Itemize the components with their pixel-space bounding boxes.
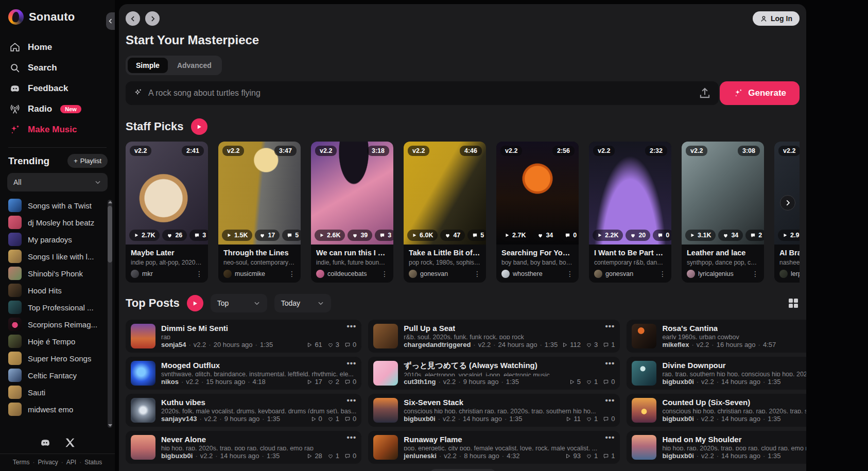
post-artist[interactable]: bigbuxb0i — [662, 452, 693, 460]
scroll-down-arrow-icon[interactable] — [108, 424, 112, 427]
playlist-item[interactable]: midwest emo — [8, 403, 106, 416]
staff-pick-card[interactable]: v2.2 3:47 1.5K 17 5 Through the Lines — [218, 142, 301, 283]
sidebar-item-home[interactable]: Home — [4, 38, 111, 57]
post-artist[interactable]: bigbuxb0i — [404, 415, 435, 423]
post-row[interactable]: ずっと見つめてる (Always Watching) ••• 2010s, el… — [368, 357, 620, 390]
post-artist[interactable]: jenluneski — [404, 452, 437, 460]
sidebar-item-radio[interactable]: Radio New — [4, 100, 111, 118]
forward-button[interactable] — [145, 11, 160, 26]
post-row[interactable]: Runaway Flame ••• pop, energetic, city p… — [368, 431, 620, 464]
sidebar-item-make-music[interactable]: Make Music — [4, 120, 111, 139]
playlist-item[interactable]: Celtic Fantacy — [8, 369, 106, 382]
post-row[interactable]: Mooged Outflux ••• synthwave, glitch, br… — [126, 357, 361, 390]
playlist-item[interactable]: dj Mosley hot beatz — [8, 216, 106, 229]
artist-name[interactable]: coildeucebats — [327, 270, 367, 277]
staff-pick-card[interactable]: v2.2 2.9K AI Brain nasheed, — [774, 142, 800, 283]
post-artist[interactable]: bigbuxb0i — [662, 378, 693, 386]
trending-filter-select[interactable]: All — [7, 173, 108, 191]
artist-name[interactable]: gonesvan — [420, 270, 448, 277]
staff-pick-card[interactable]: v2.2 3:18 2.6K 39 3 We can run this I ne… — [311, 142, 393, 283]
sidebar-item-feedback[interactable]: Feedback — [4, 79, 111, 98]
post-artist[interactable]: chargedandtriggered — [404, 341, 471, 348]
discord-link-icon[interactable] — [40, 437, 51, 448]
more-options-icon[interactable]: ⋮ — [474, 270, 481, 277]
staff-pick-card[interactable]: v2.2 4:46 6.0K 47 5 Take a Little Bit of… — [404, 142, 486, 283]
login-button[interactable]: Log In — [753, 11, 800, 26]
more-options-icon[interactable]: ••• — [601, 361, 615, 365]
x-twitter-link-icon[interactable] — [64, 437, 76, 448]
more-options-icon[interactable]: ••• — [343, 324, 357, 328]
add-playlist-button[interactable]: + Playlist — [67, 154, 108, 168]
sidebar-item-search[interactable]: Search — [4, 59, 111, 77]
generate-button[interactable]: Generate — [720, 81, 800, 105]
staff-pick-card[interactable]: v2.2 3:08 3.1K 34 2 Leather and lace — [682, 142, 764, 283]
more-options-icon[interactable]: ••• — [343, 361, 357, 365]
more-options-icon[interactable]: ⋮ — [196, 270, 203, 277]
footer-link[interactable]: API — [61, 459, 76, 466]
more-options-icon[interactable]: ••• — [601, 324, 615, 328]
more-options-icon[interactable]: ••• — [343, 435, 357, 440]
post-row[interactable]: Counted Up (Six-Seven) ••• conscious hip… — [627, 394, 806, 427]
sort-select[interactable]: Top — [211, 294, 267, 312]
grid-view-icon[interactable] — [787, 297, 800, 309]
artist-name[interactable]: mkr — [142, 270, 153, 277]
post-artist[interactable]: nikos — [161, 378, 179, 386]
tab-advanced[interactable]: Advanced — [169, 58, 220, 73]
artist-name[interactable]: lyricalgenius — [698, 270, 734, 277]
brand[interactable]: Sonauto — [0, 9, 115, 25]
back-button[interactable] — [126, 11, 140, 26]
artist-name[interactable]: whosthere — [513, 270, 543, 277]
post-row[interactable]: Hand on My Shoulder ••• hip hop, rap, 20… — [627, 431, 806, 464]
post-artist[interactable]: sanjayv143 — [161, 415, 197, 423]
more-options-icon[interactable]: ••• — [601, 398, 615, 403]
post-artist[interactable]: mikeflex — [662, 341, 689, 348]
more-options-icon[interactable]: ••• — [343, 398, 357, 403]
playlist-item[interactable]: Songs with a Twist — [8, 199, 106, 212]
sidebar-collapse-button[interactable] — [106, 12, 115, 30]
prompt-input[interactable] — [148, 89, 693, 98]
post-row[interactable]: Dimmi Se Mi Senti ••• rap sonja54 v2.2 2… — [126, 320, 361, 353]
footer-link[interactable]: Terms — [13, 459, 30, 466]
playlist-scrollbar[interactable] — [108, 200, 112, 428]
artist-name[interactable]: gonesvan — [605, 270, 633, 277]
scroll-up-arrow-icon[interactable] — [108, 201, 112, 203]
playlist-item[interactable]: Sauti — [8, 386, 106, 399]
staff-pick-card[interactable]: v2.2 2:32 2.2K 20 0 I Want to Be Part of… — [589, 142, 671, 283]
post-artist[interactable]: sonja54 — [161, 341, 186, 348]
upload-icon[interactable] — [698, 86, 711, 100]
load-more-button[interactable] — [429, 469, 496, 471]
playlist-item[interactable]: Scorpions Reimag... — [8, 318, 106, 331]
post-row[interactable]: Rosa's Cantina ••• early 1960s, urban co… — [627, 320, 806, 353]
footer-link[interactable]: Status — [79, 459, 102, 466]
scrollbar-thumb[interactable] — [108, 206, 112, 263]
playlist-item[interactable]: Hood Hits — [8, 284, 106, 297]
post-row[interactable]: Never Alone ••• hip hop, rap, 2020s, tra… — [126, 431, 361, 464]
more-options-icon[interactable]: ⋮ — [381, 270, 388, 277]
more-options-icon[interactable]: ••• — [601, 435, 615, 440]
post-row[interactable]: Pull Up a Seat ••• r&b, soul, 2020s, fun… — [368, 320, 620, 353]
artist-name[interactable]: lerp — [791, 270, 800, 277]
post-row[interactable]: Kuthu vibes ••• 2020s, folk, male vocali… — [126, 394, 361, 427]
time-range-select[interactable]: Today — [274, 294, 331, 312]
playlist-item[interactable]: Top Professional ... — [8, 301, 106, 314]
more-options-icon[interactable]: ⋮ — [659, 270, 666, 277]
playlist-item[interactable]: Shinobi's Phonk — [8, 267, 106, 280]
staff-pick-card[interactable]: v2.2 2:56 2.7K 34 0 Searching For Your L… — [496, 142, 579, 283]
play-all-staff-picks-button[interactable] — [191, 118, 207, 135]
playlist-item[interactable]: Super Hero Songs — [8, 352, 106, 365]
footer-link[interactable]: Privacy — [32, 459, 58, 466]
tab-simple[interactable]: Simple — [128, 58, 168, 73]
post-row[interactable]: Six-Seven Stack ••• conscious hip hop, c… — [368, 394, 620, 427]
more-options-icon[interactable]: ⋮ — [566, 270, 574, 277]
post-artist[interactable]: cut3th1ng — [404, 378, 436, 386]
play-all-top-posts-button[interactable] — [187, 295, 203, 311]
post-artist[interactable]: bigbuxb0i — [662, 415, 693, 423]
more-options-icon[interactable]: ⋮ — [288, 270, 296, 277]
playlist-item[interactable]: Hoje é Tempo — [8, 335, 106, 348]
playlist-item[interactable]: My paradoys — [8, 233, 106, 246]
playlist-item[interactable]: Songs I like with l... — [8, 250, 106, 263]
post-row[interactable]: Divine Downpour ••• rap, trap, southern … — [627, 357, 806, 390]
staff-pick-card[interactable]: v2.2 2:41 2.7K 26 3 Maybe Later in — [126, 142, 208, 283]
carousel-next-button[interactable] — [780, 195, 795, 211]
more-options-icon[interactable]: ⋮ — [752, 270, 759, 277]
